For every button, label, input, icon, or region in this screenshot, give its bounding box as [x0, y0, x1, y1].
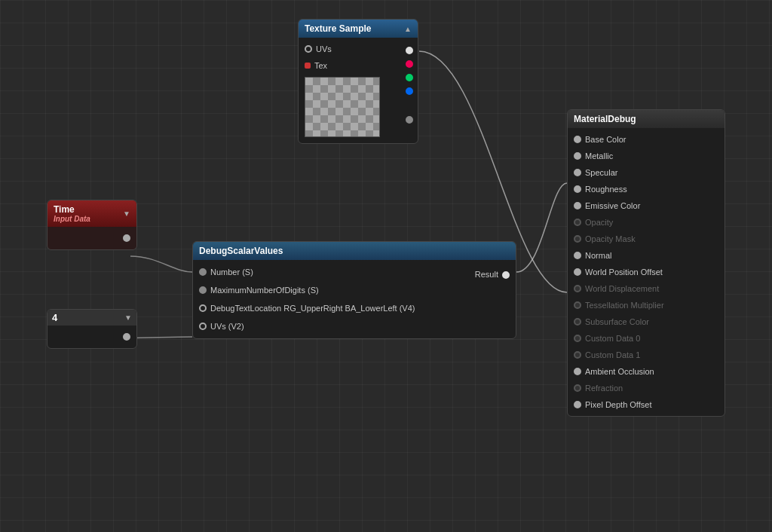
collapse-icon[interactable]: ▲: [404, 25, 412, 33]
number-collapse-icon[interactable]: ▼: [124, 313, 132, 322]
material-pin-6[interactable]: [574, 235, 581, 243]
material-pin-7[interactable]: [574, 252, 581, 259]
debug-number-pin[interactable]: [199, 268, 207, 276]
debug-uvs-pin[interactable]: [199, 323, 207, 330]
tex-label: Tex: [314, 61, 327, 70]
material-label-5: Opacity: [585, 218, 613, 227]
material-pin-row-4: Emissive Color: [568, 197, 725, 214]
material-pin-row-1: Metallic: [568, 148, 725, 164]
time-output-pin[interactable]: [123, 234, 130, 242]
debug-textloc-row: DebugTextLocation RG_UpperRight BA_Lower…: [193, 299, 475, 317]
number-value: 4: [52, 312, 57, 323]
material-pin-row-8: World Position Offset: [568, 264, 725, 280]
out-gray-pin[interactable]: [406, 116, 413, 124]
debug-number-label: Number (S): [210, 268, 253, 277]
number-node: 4 ▼: [47, 309, 137, 349]
debug-textloc-pin[interactable]: [199, 304, 207, 312]
material-pin-row-3: Roughness: [568, 181, 725, 197]
material-label-7: Normal: [585, 251, 611, 260]
material-label-4: Emissive Color: [585, 201, 640, 210]
material-label-10: Tessellation Multiplier: [585, 301, 664, 310]
time-body: [47, 227, 136, 249]
debug-result-pin[interactable]: [502, 271, 510, 279]
debug-result-label: Result: [475, 270, 498, 279]
material-pin-2[interactable]: [574, 169, 581, 176]
material-pin-row-12: Custom Data 0: [568, 330, 725, 347]
time-collapse-icon[interactable]: ▼: [123, 209, 130, 218]
number-header: 4 ▼: [47, 310, 136, 326]
number-output-pin[interactable]: [123, 333, 130, 341]
material-label-9: World Displacement: [585, 284, 659, 293]
material-pin-row-9: World Displacement: [568, 280, 725, 297]
material-label-8: World Position Offset: [585, 268, 663, 277]
material-pin-row-7: Normal: [568, 247, 725, 264]
material-pin-row-5: Opacity: [568, 214, 725, 231]
material-pin-15[interactable]: [574, 384, 581, 392]
material-pin-5[interactable]: [574, 219, 581, 226]
uvs-input-pin[interactable]: [305, 45, 312, 53]
debug-maxdigits-label: MaximumNumberOfDigits (S): [210, 286, 319, 295]
time-title: Time: [54, 204, 90, 215]
uvs-pin-row: UVs: [299, 41, 401, 57]
material-pin-row-14: Ambient Occlusion: [568, 363, 725, 380]
material-pin-row-11: Subsurface Color: [568, 313, 725, 330]
material-pin-0[interactable]: [574, 136, 581, 143]
material-label-12: Custom Data 0: [585, 334, 640, 343]
debug-scalar-node: DebugScalarValues Number (S) MaximumNumb…: [192, 241, 516, 339]
material-label-13: Custom Data 1: [585, 350, 640, 359]
material-pin-row-2: Specular: [568, 164, 725, 181]
material-label-6: Opacity Mask: [585, 234, 636, 243]
debug-header: DebugScalarValues: [193, 242, 516, 260]
material-pin-16[interactable]: [574, 401, 581, 408]
material-body: Base ColorMetallicSpecularRoughnessEmiss…: [568, 128, 725, 416]
material-pin-3[interactable]: [574, 185, 581, 193]
material-label-3: Roughness: [585, 185, 627, 194]
material-label-1: Metallic: [585, 151, 613, 161]
material-label-16: Pixel Depth Offset: [585, 400, 651, 409]
material-pin-row-10: Tessellation Multiplier: [568, 297, 725, 313]
texture-sample-body: UVs Tex: [299, 38, 418, 143]
material-pin-1[interactable]: [574, 152, 581, 160]
material-pin-row-6: Opacity Mask: [568, 231, 725, 247]
time-node: Time Input Data ▼: [47, 200, 137, 250]
number-output-row: [47, 329, 136, 345]
material-pin-row-16: Pixel Depth Offset: [568, 396, 725, 413]
material-pin-10[interactable]: [574, 301, 581, 309]
material-label-2: Specular: [585, 168, 617, 177]
tex-pin-row: Tex: [299, 57, 401, 74]
out-red-pin[interactable]: [406, 60, 413, 68]
debug-number-row: Number (S): [193, 263, 475, 281]
material-label-0: Base Color: [585, 135, 626, 144]
material-title: MaterialDebug: [574, 114, 636, 124]
material-pin-12[interactable]: [574, 335, 581, 342]
material-pin-13[interactable]: [574, 351, 581, 359]
texture-preview: [305, 77, 380, 137]
out-blue-pin[interactable]: [406, 87, 413, 95]
texture-sample-title: Texture Sample: [305, 23, 371, 34]
out-white-pin[interactable]: [406, 47, 413, 54]
debug-maxdigits-row: MaximumNumberOfDigits (S): [193, 281, 475, 299]
texture-sample-node: Texture Sample ▲ UVs Tex: [298, 19, 418, 144]
material-pin-row-13: Custom Data 1: [568, 347, 725, 363]
material-label-15: Refraction: [585, 384, 623, 393]
material-pin-14[interactable]: [574, 368, 581, 375]
material-pin-9[interactable]: [574, 285, 581, 292]
material-pin-row-15: Refraction: [568, 380, 725, 396]
time-subtitle: Input Data: [54, 215, 90, 223]
material-header: MaterialDebug: [568, 110, 725, 128]
material-pin-8[interactable]: [574, 268, 581, 276]
texture-sample-header: Texture Sample ▲: [299, 20, 418, 38]
time-header: Time Input Data ▼: [47, 200, 136, 227]
material-pin-4[interactable]: [574, 202, 581, 209]
out-green-pin[interactable]: [406, 74, 413, 81]
material-pin-row-0: Base Color: [568, 131, 725, 148]
debug-uvs-label: UVs (V2): [210, 322, 244, 331]
time-output-row: [47, 230, 136, 246]
debug-textloc-label: DebugTextLocation RG_UpperRight BA_Lower…: [210, 304, 415, 313]
debug-title: DebugScalarValues: [199, 246, 283, 256]
debug-maxdigits-pin[interactable]: [199, 286, 207, 294]
material-pin-11[interactable]: [574, 318, 581, 326]
debug-uvs-row: UVs (V2): [193, 317, 475, 335]
material-label-11: Subsurface Color: [585, 317, 649, 326]
tex-input-pin[interactable]: [305, 63, 311, 69]
